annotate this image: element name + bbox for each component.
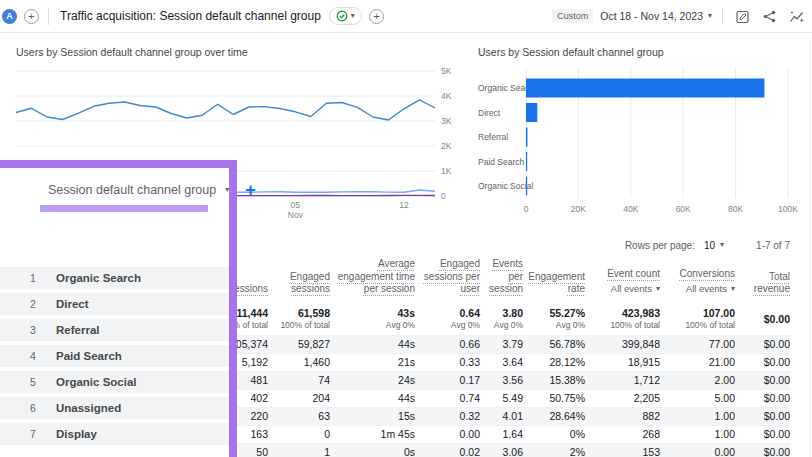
- dimension-dropdown[interactable]: Session default channel group ▾ +: [0, 179, 229, 201]
- row-rank: 3: [30, 324, 46, 336]
- metric-cell: 21s: [330, 356, 415, 368]
- metric-cell: 59,827: [268, 338, 330, 350]
- channel-name: Display: [56, 428, 97, 440]
- x-axis-tick: Nov: [288, 210, 304, 220]
- metric-cell: 5.00: [660, 392, 735, 404]
- metric-cell: 1,460: [268, 356, 330, 368]
- metric-cell: $0.00: [735, 392, 790, 404]
- metric-cell: 56.78%: [523, 338, 585, 350]
- series-line: [16, 100, 435, 120]
- add-dimension-button[interactable]: +: [245, 181, 256, 199]
- highlight-underline: [40, 205, 208, 212]
- dimension-list-item: 4Paid Search: [0, 345, 229, 367]
- metric-cell: 0.66: [415, 338, 480, 350]
- totals-subtext: 100% of total: [660, 320, 735, 330]
- row-rank: 5: [30, 376, 46, 388]
- dimension-dropdown-label[interactable]: Session default channel group: [48, 183, 216, 197]
- metric-cell: 44s: [330, 338, 415, 350]
- x-axis-tick: 20K: [571, 204, 586, 214]
- chevron-down-icon: ▾: [720, 241, 724, 249]
- metric-filter-dropdown[interactable]: All events▾: [686, 283, 735, 296]
- dimension-list-item: 5Organic Social: [0, 371, 229, 393]
- column-header-label[interactable]: Engaged sessions per user: [415, 258, 480, 296]
- totals-value: 107.00: [660, 307, 735, 319]
- column-header-label[interactable]: Conversions: [679, 268, 735, 281]
- bar-category-label: Organic Social: [478, 181, 533, 191]
- report-header-bar: A + Traffic acquisition: Session default…: [0, 0, 812, 33]
- add-tab-button[interactable]: +: [24, 9, 39, 24]
- metric-filter-label: All events: [686, 283, 727, 296]
- totals-value: $0.00: [735, 313, 790, 325]
- metric-cell: 3.64: [480, 356, 523, 368]
- metric-cell: $0.00: [735, 338, 790, 350]
- x-axis-tick: 12: [399, 200, 409, 210]
- dimension-list-item: 3Referral: [0, 319, 229, 341]
- chevron-down-icon[interactable]: ▾: [708, 12, 712, 20]
- column-header-label[interactable]: Average engagement time per session: [330, 258, 415, 296]
- insights-icon[interactable]: [789, 9, 804, 24]
- channel-name: Unassigned: [56, 402, 121, 414]
- share-icon[interactable]: [762, 9, 777, 24]
- column-header: Engaged sessions: [268, 271, 330, 296]
- column-header-label[interactable]: Engaged sessions: [268, 271, 330, 296]
- chevron-down-icon: ▾: [351, 12, 355, 20]
- y-axis-tick: 3K: [441, 116, 452, 126]
- metric-cell: $0.00: [735, 428, 790, 440]
- totals-cell: $0.00: [735, 313, 790, 325]
- property-avatar[interactable]: A: [2, 9, 17, 24]
- column-header-label[interactable]: Events per session: [480, 258, 523, 296]
- column-header-label[interactable]: Event count: [607, 268, 660, 281]
- totals-value: 61,598: [268, 307, 330, 319]
- metric-cell: 28.12%: [523, 356, 585, 368]
- report-status-dropdown[interactable]: ▾: [329, 7, 362, 25]
- column-header: Event countAll events▾: [585, 268, 660, 296]
- rows-per-page-select[interactable]: 10 ▾: [704, 240, 724, 251]
- dimension-list-item: 2Direct: [0, 293, 229, 315]
- metric-cell: 0.33: [415, 356, 480, 368]
- chevron-down-icon: ▾: [225, 186, 229, 194]
- bar-chart[interactable]: 020K40K60K80K100KOrganic SearchDirectRef…: [470, 40, 812, 234]
- row-rank: 7: [30, 428, 46, 440]
- metric-cell: 18,915: [585, 356, 660, 368]
- date-range-value[interactable]: Oct 18 - Nov 14, 2023: [600, 10, 703, 22]
- x-axis-tick: 40K: [623, 204, 638, 214]
- totals-value: 43s: [330, 307, 415, 319]
- column-header: ConversionsAll events▾: [660, 268, 735, 296]
- x-axis-tick: 60K: [676, 204, 691, 214]
- metric-cell: 5.49: [480, 392, 523, 404]
- metric-filter-dropdown[interactable]: All events▾: [611, 283, 660, 296]
- totals-cell: 0.64Avg 0%: [415, 307, 480, 330]
- channel-name: Direct: [56, 298, 89, 310]
- totals-cell: 61,598100% of total: [268, 307, 330, 330]
- bar: [526, 177, 527, 196]
- metric-cell: 0%: [523, 428, 585, 440]
- y-axis-tick: 4K: [441, 91, 452, 101]
- metric-filter-label: All events: [611, 283, 652, 296]
- metric-cell: 3.79: [480, 338, 523, 350]
- metric-cell: 24s: [330, 374, 415, 386]
- column-header: Events per session: [480, 258, 523, 296]
- dimension-list-item: 6Unassigned: [0, 397, 229, 419]
- metric-cell: 0.32: [415, 410, 480, 422]
- totals-subtext: Avg 0%: [415, 320, 480, 330]
- totals-subtext: 100% of total: [268, 320, 330, 330]
- metric-cell: 2,205: [585, 392, 660, 404]
- x-axis-tick: 0: [524, 204, 529, 214]
- add-report-button[interactable]: +: [369, 9, 384, 24]
- metric-cell: 1: [268, 446, 330, 457]
- x-axis-tick: 100K: [778, 204, 798, 214]
- bar: [526, 152, 527, 171]
- column-header-label[interactable]: Total revenue: [735, 271, 790, 296]
- channel-name: Referral: [56, 324, 99, 336]
- metric-cell: 15s: [330, 410, 415, 422]
- totals-value: 423,983: [585, 307, 660, 319]
- totals-subtext: Avg 0%: [480, 320, 523, 330]
- y-axis-tick: 1K: [441, 166, 452, 176]
- column-header-label[interactable]: Engagement rate: [523, 271, 585, 296]
- edit-comparisons-icon[interactable]: [735, 9, 750, 24]
- divider: [48, 8, 49, 25]
- divider: [722, 8, 723, 24]
- metric-cell: 268: [585, 428, 660, 440]
- y-axis-tick: 0: [441, 191, 446, 201]
- report-title: Traffic acquisition: Session default cha…: [60, 9, 321, 23]
